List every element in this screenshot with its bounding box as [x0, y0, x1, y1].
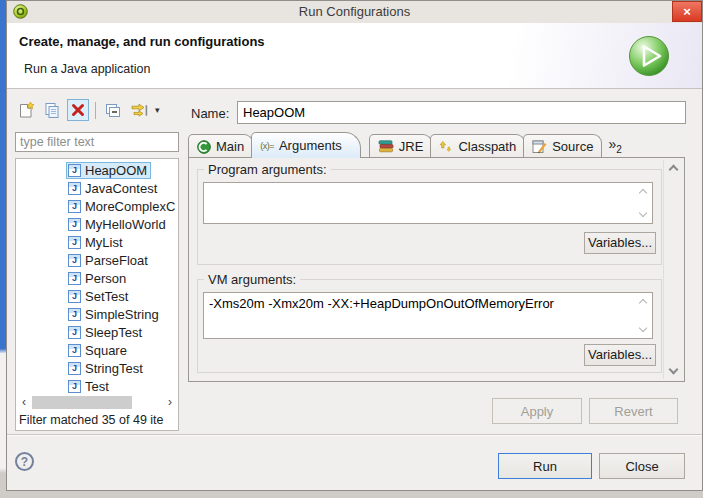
- java-class-icon: J: [68, 326, 81, 339]
- tree-item-label: SetTest: [85, 289, 128, 304]
- tab-arguments[interactable]: (x)= Arguments: [251, 132, 361, 158]
- java-class-icon: J: [68, 254, 81, 267]
- tab-jre[interactable]: JRE: [369, 134, 433, 158]
- program-variables-button[interactable]: Variables...: [584, 232, 656, 254]
- tree-item-label: Square: [85, 343, 127, 358]
- vm-arguments-textarea[interactable]: -Xms20m -Xmx20m -XX:+HeapDumpOnOutOfMemo…: [203, 292, 653, 339]
- window-title: Run Configurations: [7, 1, 702, 23]
- tree-item-label: MyHelloWorld: [85, 217, 166, 232]
- filter-match-status: Filter matched 35 of 49 ite: [19, 413, 164, 427]
- tree-item-label: HeapOOM: [85, 163, 147, 178]
- tree-item-simplestring[interactable]: JSimpleString: [16, 305, 178, 323]
- tree-item-square[interactable]: JSquare: [16, 341, 178, 359]
- tree-item-myhelloworld[interactable]: JMyHelloWorld: [16, 215, 178, 233]
- java-class-icon: J: [68, 164, 81, 177]
- jre-tab-icon: [378, 140, 394, 153]
- new-document-icon: [18, 101, 35, 119]
- program-arguments-textarea[interactable]: [203, 182, 653, 224]
- title-bar[interactable]: Run Configurations ×: [7, 1, 702, 23]
- tree-item-label: SleepTest: [85, 325, 142, 340]
- java-class-icon: J: [68, 362, 81, 375]
- java-class-icon: J: [68, 182, 81, 195]
- filter-launch-configurations-button[interactable]: [128, 99, 150, 121]
- arguments-tab-icon: (x)=: [260, 141, 274, 151]
- close-button[interactable]: Close: [599, 453, 685, 479]
- tree-item-javacontest[interactable]: JJavaContest: [16, 179, 178, 197]
- tree-item-test[interactable]: JTest: [16, 377, 178, 395]
- delete-configuration-button[interactable]: [67, 99, 89, 121]
- java-class-icon: J: [68, 290, 81, 303]
- tree-item-label: Test: [85, 379, 109, 394]
- scroll-down-icon[interactable]: [669, 365, 679, 375]
- scroll-left-icon[interactable]: ‹: [18, 396, 30, 409]
- toolbar-menu-caret[interactable]: ▾: [155, 105, 160, 115]
- run-button[interactable]: Run: [498, 453, 592, 479]
- tab-label: Main: [216, 139, 244, 154]
- footer-separator: [7, 434, 702, 436]
- apply-button[interactable]: Apply: [492, 398, 582, 424]
- tree-item-stringtest[interactable]: JStringTest: [16, 359, 178, 377]
- tab-label: Arguments: [279, 138, 342, 153]
- java-class-icon: J: [68, 308, 81, 321]
- screenshot-root: Run Configurations × Create, manage, and…: [0, 0, 703, 498]
- header-title: Create, manage, and run configurations: [19, 34, 265, 49]
- tree-rows: J HeapOOM JJavaContest JMoreComplexC JMy…: [16, 161, 178, 395]
- vm-variables-button[interactable]: Variables...: [584, 344, 656, 366]
- vm-arguments-wrap: -Xms20m -Xmx20m -XX:+HeapDumpOnOutOfMemo…: [203, 292, 653, 339]
- tree-horizontal-scrollbar[interactable]: ‹ ›: [18, 395, 176, 410]
- vm-arguments-group: VM arguments: -Xms20m -Xmx20m -XX:+HeapD…: [197, 279, 662, 373]
- panel-vertical-scrollbar[interactable]: [663, 160, 682, 379]
- selected-row-highlight[interactable]: J HeapOOM: [66, 162, 151, 179]
- vm-arguments-label: VM arguments:: [204, 272, 300, 287]
- header-subtitle: Run a Java application: [24, 62, 150, 76]
- window-close-button[interactable]: ×: [672, 1, 702, 22]
- tree-item-label: ParseFloat: [85, 253, 148, 268]
- source-tab-icon: [532, 140, 547, 154]
- java-class-icon: J: [68, 380, 81, 393]
- duplicate-configuration-button[interactable]: [41, 99, 63, 121]
- scroll-right-icon[interactable]: ›: [164, 396, 176, 409]
- program-arguments-wrap: [203, 182, 653, 224]
- java-class-icon: J: [68, 200, 81, 213]
- tab-label: Source: [552, 139, 593, 154]
- configurations-tree: J HeapOOM JJavaContest JMoreComplexC JMy…: [15, 158, 179, 431]
- tab-source[interactable]: Source: [523, 134, 602, 158]
- run-configurations-dialog: Run Configurations × Create, manage, and…: [6, 0, 703, 491]
- name-input[interactable]: [237, 101, 686, 124]
- tree-item-morecomplex[interactable]: JMoreComplexC: [16, 197, 178, 215]
- configurations-toolbar: ▾: [15, 96, 160, 124]
- tree-item-sleeptest[interactable]: JSleepTest: [16, 323, 178, 341]
- program-arguments-label: Program arguments:: [204, 162, 331, 177]
- tab-main[interactable]: Main: [188, 134, 253, 158]
- tree-item-mylist[interactable]: JMyList: [16, 233, 178, 251]
- tree-item-label: MyList: [85, 235, 123, 250]
- help-button[interactable]: ?: [15, 452, 34, 471]
- toolbar-separator: [95, 102, 96, 119]
- collapse-all-button[interactable]: [102, 99, 124, 121]
- run-play-icon: [628, 35, 670, 77]
- tree-item-person[interactable]: JPerson: [16, 269, 178, 287]
- tree-item-label: Person: [85, 271, 126, 286]
- tree-item-label: JavaContest: [85, 181, 157, 196]
- dialog-header: Create, manage, and run configurations R…: [7, 23, 702, 89]
- java-class-icon: J: [68, 272, 81, 285]
- revert-button[interactable]: Revert: [589, 398, 678, 424]
- new-configuration-button[interactable]: [15, 99, 37, 121]
- tree-item-label: StringTest: [85, 361, 143, 376]
- tab-label: Classpath: [458, 139, 516, 154]
- scrollbar-thumb[interactable]: [32, 396, 132, 409]
- tree-item-parsefloat[interactable]: JParseFloat: [16, 251, 178, 269]
- tree-item-heapoom[interactable]: J HeapOOM: [16, 161, 178, 179]
- filter-arrows-icon: [130, 103, 149, 118]
- main-tab-icon: [197, 140, 211, 154]
- tab-classpath[interactable]: Classpath: [430, 134, 525, 158]
- tree-item-settest[interactable]: JSetTest: [16, 287, 178, 305]
- java-class-icon: J: [68, 344, 81, 357]
- name-label: Name:: [191, 106, 229, 121]
- filter-input[interactable]: [15, 132, 179, 152]
- tab-overflow-chevron[interactable]: »2: [608, 136, 621, 155]
- java-class-icon: J: [68, 236, 81, 249]
- tree-item-label: MoreComplexC: [85, 199, 175, 214]
- copy-icon: [43, 101, 61, 119]
- scroll-up-icon[interactable]: [669, 165, 679, 175]
